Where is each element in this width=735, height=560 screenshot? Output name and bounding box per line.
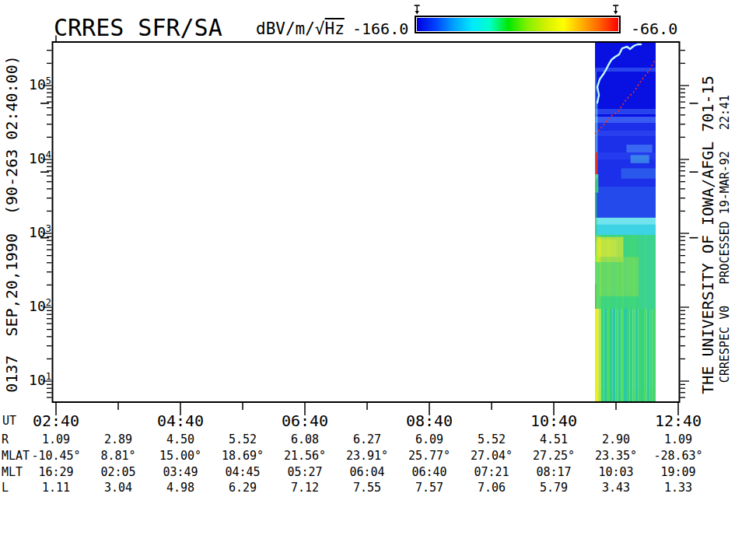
ephemeris-value: 08:17 [521,465,586,479]
colorbar-min-pin-icon [415,5,420,15]
ephemeris-row-label: MLT [2,465,23,479]
ephemeris-value: 7.57 [397,481,462,495]
ephemeris-value: 18.69° [210,449,275,463]
ephemeris-value: 7.55 [334,481,400,495]
ephemeris-value: -28.63° [646,449,711,463]
y-tick-base: 10 [29,298,46,314]
ephemeris-value: 15.00° [148,449,213,463]
ephemeris-value: 6.29 [210,481,275,495]
ephemeris-row-label: L [2,481,9,495]
ut-time-label: 06:40 [262,411,348,430]
ephemeris-value: 7.06 [459,481,524,495]
ephemeris-value: 03:49 [148,465,213,479]
ephemeris-value: 4.51 [521,432,586,446]
ephemeris-value: -10.45° [23,449,89,463]
ephemeris-value: 6.09 [397,432,462,446]
ephemeris-value: 27.04° [459,449,524,463]
y-tick-label: 103 [20,224,51,240]
y-tick-base: 10 [29,76,46,93]
ephemeris-value: 1.11 [23,481,89,495]
ephemeris-value: 1.33 [646,481,711,495]
ephemeris-value: 06:04 [334,465,400,479]
ephemeris-value: 23.35° [583,449,649,463]
y-tick-label: 102 [20,298,51,314]
ut-time-label: 10:40 [511,411,597,430]
ephemeris-value: 1.09 [646,432,711,446]
ephemeris-value: 02:05 [86,465,151,479]
ephemeris-value: 8.81° [86,449,151,463]
y-tick-label: 105 [20,76,51,93]
y-tick-exponent: 5 [46,75,51,86]
ephemeris-value: 6.08 [272,432,338,446]
y-tick-label: 104 [20,150,51,166]
ephemeris-value: 05:27 [272,465,338,479]
ephemeris-value: 4.50 [148,432,213,446]
ephemeris-value: 5.52 [210,432,275,446]
y-tick-base: 10 [29,372,46,388]
colorbar-max-pin-icon [613,5,618,15]
ut-time-label: 04:40 [138,411,223,430]
ephemeris-value: 4.98 [148,481,213,495]
x-axis-ticks [56,36,678,416]
y-tick-exponent: 3 [46,223,51,234]
crres-spectrogram-page: CRRES SFR/SA dBV/m/√Hz -166.0 -66.0 0137… [0,0,735,560]
ut-time-label: 12:40 [635,411,721,430]
ephemeris-value: 2.90 [583,432,649,446]
y-tick-base: 10 [29,224,46,240]
ut-time-label: 08:40 [387,411,472,430]
plot-frame [53,42,680,402]
ephemeris-value: 2.89 [86,432,151,446]
ephemeris-value: 16:29 [23,465,89,479]
y-tick-exponent: 1 [46,371,51,382]
ephemeris-value: 5.52 [459,432,524,446]
y-tick-base: 10 [29,150,46,166]
ephemeris-value: 7.12 [272,481,338,495]
y-tick-exponent: 2 [46,297,51,308]
ephemeris-value: 6.27 [334,432,400,446]
ut-time-label: 02:40 [13,411,99,430]
ephemeris-value: 3.04 [86,481,151,495]
ephemeris-value: 23.91° [334,449,400,463]
y-tick-exponent: 4 [46,149,51,160]
ephemeris-value: 21.56° [272,449,338,463]
y-axis-ticks [43,51,689,397]
ephemeris-value: 5.79 [521,481,586,495]
ephemeris-value: 07:21 [459,465,524,479]
y-tick-label: 101 [20,372,51,388]
ephemeris-value: 27.25° [521,449,586,463]
ephemeris-row-label: R [2,432,9,446]
spectrogram-data-band [595,42,656,402]
ephemeris-value: 25.77° [397,449,462,463]
ephemeris-value: 04:45 [210,465,275,479]
ephemeris-value: 19:09 [646,465,711,479]
ephemeris-value: 1.09 [23,432,89,446]
ephemeris-value: 3.43 [583,481,649,495]
ephemeris-value: 10:03 [583,465,649,479]
ephemeris-value: 06:40 [397,465,462,479]
